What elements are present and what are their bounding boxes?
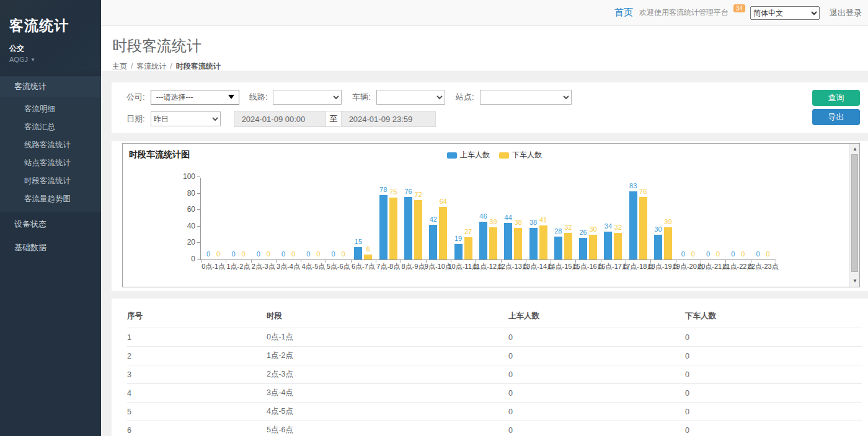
sidebar-logo-area: 客流统计 公交 AQGJ▼ (0, 0, 101, 71)
bar: 38 (529, 228, 538, 259)
legend-item[interactable]: 下车人数 (499, 150, 542, 160)
table-cell: 0 (685, 421, 862, 436)
y-axis-tick-mark (197, 193, 200, 194)
chart-category-group: 837617点-18点 (626, 178, 650, 259)
content: 公司: ---请选择--- 线路: 车辆: 站点: 日期: 昨日 2024-01… (101, 71, 868, 436)
x-axis-tick-label: 4点-5点 (301, 262, 325, 271)
query-button[interactable]: 查询 (812, 90, 860, 106)
bar-value-label: 38 (515, 219, 522, 226)
sidebar-section-item[interactable]: 基础数据 (0, 236, 101, 259)
bar-value-label: 46 (479, 212, 487, 220)
legend-item[interactable]: 上车人数 (447, 150, 490, 160)
date-label: 日期: (126, 113, 145, 124)
home-link[interactable]: 首页 (614, 7, 633, 19)
chart-category-group: 78757点-8点 (376, 178, 401, 259)
sidebar-nav: 客流统计 客流明细客流汇总线路客流统计站点客流统计时段客流统计客流量趋势图 设备… (0, 76, 101, 259)
table-cell: 1点-2点 (267, 347, 508, 365)
chart-category-group: 263015点-16点 (575, 178, 600, 259)
bar-value-label: 0 (216, 250, 220, 258)
bar: 76 (404, 197, 412, 259)
language-select[interactable]: 简体中文 (750, 6, 820, 20)
org-code-dropdown[interactable]: AQGJ▼ (9, 56, 92, 63)
bar-value-label: 0 (706, 250, 710, 258)
bar-value-label: 30 (654, 225, 662, 233)
y-axis-tick-mark (197, 259, 200, 259)
chart-category-group: 1566点-7点 (351, 178, 376, 259)
sidebar-submenu-item[interactable]: 客流汇总 (0, 118, 101, 136)
table-cell: 5点-6点 (267, 421, 508, 436)
table-row: 65点-6点00 (127, 421, 862, 436)
sidebar-submenu-item[interactable]: 时段客流统计 (0, 172, 101, 190)
chart-legend: 上车人数下车人数 (447, 150, 542, 160)
company-label: 公司: (126, 92, 145, 103)
chart-category-group: 0021点-22点 (725, 178, 750, 259)
chart-category-group: 001点-2点 (226, 178, 250, 259)
bar: 28 (554, 237, 562, 259)
breadcrumb-link[interactable]: 客流统计 (136, 62, 166, 71)
bar-value-label: 0 (681, 250, 685, 258)
sidebar-submenu-item[interactable]: 线路客流统计 (0, 136, 101, 154)
sidebar-submenu-item[interactable]: 客流量趋势图 (0, 190, 101, 208)
bar: 72 (414, 200, 422, 259)
y-axis-tick-mark (197, 209, 200, 210)
breadcrumb-separator: / (170, 62, 172, 71)
chart-category-group: 343216点-17点 (601, 178, 626, 259)
bar-value-label: 32 (614, 224, 622, 231)
sidebar-section-passenger-stats[interactable]: 客流统计 (0, 76, 101, 97)
table-cell: 0 (685, 347, 862, 365)
bar: 34 (604, 232, 612, 259)
y-axis-tick-label: 20 (187, 238, 195, 246)
y-axis-tick-label: 40 (187, 222, 195, 230)
sidebar-submenu-item[interactable]: 客流明细 (0, 100, 101, 118)
date-preset-select[interactable]: 昨日 (151, 111, 221, 126)
bar-value-label: 19 (454, 235, 462, 242)
export-button[interactable]: 导出 (812, 109, 860, 125)
sidebar-submenu-item[interactable]: 站点客流统计 (0, 154, 101, 172)
chart-scrollbar[interactable]: ▲ ▼ (849, 144, 859, 287)
table-cell: 1 (127, 328, 267, 347)
table-body: 10点-1点0021点-2点0032点-3点0043点-4点0054点-5点00… (127, 328, 862, 436)
date-to-input[interactable]: 2024-01-09 23:59 (341, 111, 436, 127)
bar-value-label: 28 (554, 227, 562, 235)
y-axis-tick-mark (197, 226, 200, 227)
scrollbar-down-arrow[interactable]: ▼ (850, 277, 860, 286)
bar: 39 (664, 227, 672, 259)
filter-panel: 公司: ---请选择--- 线路: 车辆: 站点: 日期: 昨日 2024-01… (112, 82, 868, 133)
chart-category-group: 303918点-19点 (650, 178, 675, 259)
logout-link[interactable]: 退出登录 (830, 7, 862, 19)
bar: 19 (454, 244, 463, 259)
welcome-text: 欢迎使用客流统计管理平台 (639, 7, 728, 18)
table-cell: 0 (508, 328, 685, 347)
vehicle-select[interactable] (376, 90, 445, 105)
bar-value-label: 0 (231, 250, 235, 258)
sidebar-other-items: 设备状态基础数据 (0, 212, 101, 259)
scrollbar-up-arrow[interactable]: ▲ (850, 145, 860, 154)
x-axis-tick-label: 3点-4点 (277, 262, 300, 271)
chart-category-group: 0020点-21点 (701, 178, 725, 259)
legend-swatch (499, 152, 509, 159)
line-select[interactable] (273, 90, 342, 105)
sidebar-section-item[interactable]: 设备状态 (0, 212, 101, 236)
legend-label: 下车人数 (512, 150, 542, 160)
bar-value-label: 64 (440, 198, 447, 205)
notification-badge: 34 (733, 4, 745, 12)
x-axis-tick-label: 2点-3点 (252, 262, 275, 271)
table-row: 54点-5点00 (127, 403, 862, 421)
bar-value-label: 39 (489, 218, 497, 225)
station-select[interactable] (480, 90, 572, 105)
bar: 6 (364, 255, 372, 259)
bar-value-label: 38 (529, 219, 537, 226)
date-from-input[interactable]: 2024-01-09 00:00 (234, 111, 326, 127)
bar-value-label: 34 (604, 222, 612, 230)
chart-category-group: 005点-6点 (326, 178, 350, 259)
breadcrumb-link[interactable]: 主页 (112, 62, 127, 71)
bar-value-label: 0 (756, 250, 760, 258)
bar-value-label: 0 (206, 250, 210, 258)
scrollbar-thumb[interactable] (851, 154, 858, 272)
chart-container: 时段车流统计图 上车人数下车人数 020406080100000点-1点001点… (122, 143, 860, 287)
bar: 41 (539, 225, 547, 259)
bar-value-label: 39 (664, 218, 671, 225)
table-cell: 0 (508, 365, 685, 384)
table-row: 21点-2点00 (127, 347, 862, 365)
company-select[interactable]: ---请选择--- (151, 90, 239, 105)
